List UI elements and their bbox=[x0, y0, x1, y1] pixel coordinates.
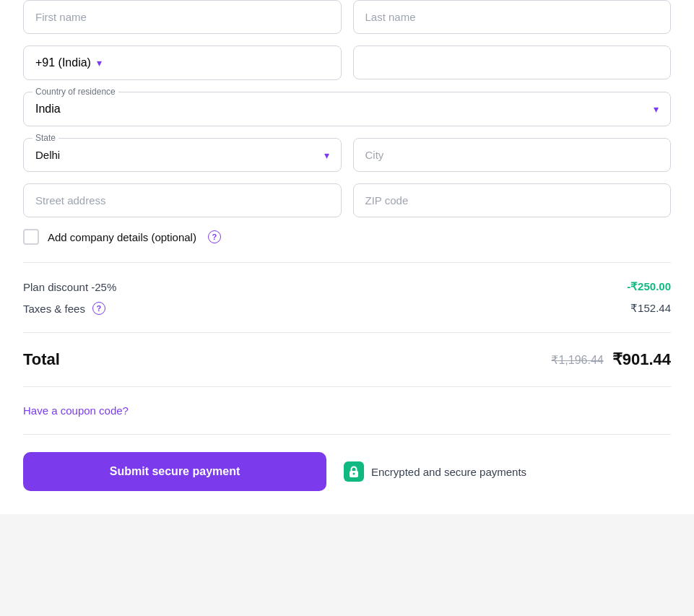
last-name-input[interactable] bbox=[353, 0, 672, 34]
state-value: Delhi bbox=[35, 149, 60, 161]
country-select[interactable]: Country of residence India ▾ bbox=[23, 92, 671, 126]
secure-label-group: Encrypted and secure payments bbox=[344, 461, 526, 482]
country-value: India bbox=[35, 103, 61, 116]
discount-value: -₹250.00 bbox=[627, 280, 671, 293]
total-final-price: ₹901.44 bbox=[612, 350, 671, 369]
submit-button[interactable]: Submit secure payment bbox=[23, 452, 326, 491]
city-field bbox=[353, 138, 672, 172]
svg-point-1 bbox=[353, 473, 355, 475]
checkout-form: +91 (India) ▾ 00000000 Country of reside… bbox=[0, 0, 694, 514]
state-field: State Delhi ▾ bbox=[23, 138, 342, 172]
street-input[interactable] bbox=[23, 183, 342, 217]
taxes-row: Taxes & fees ? ₹152.44 bbox=[23, 302, 671, 315]
state-select[interactable]: State Delhi ▾ bbox=[23, 138, 342, 172]
divider-4 bbox=[23, 434, 671, 435]
company-checkbox-row: Add company details (optional) ? bbox=[23, 229, 671, 245]
company-checkbox[interactable] bbox=[23, 229, 39, 245]
name-row bbox=[23, 0, 671, 34]
total-label: Total bbox=[23, 350, 60, 369]
divider-2 bbox=[23, 332, 671, 333]
city-input[interactable] bbox=[353, 138, 672, 172]
phone-code-value: +91 (India) bbox=[35, 56, 91, 69]
total-original-price: ₹1,196.44 bbox=[551, 353, 603, 367]
company-label: Add company details (optional) bbox=[48, 231, 196, 243]
taxes-label: Taxes & fees bbox=[23, 303, 85, 315]
zip-input[interactable] bbox=[353, 183, 672, 217]
phone-chevron-icon: ▾ bbox=[97, 57, 102, 69]
country-chevron-icon: ▾ bbox=[654, 103, 659, 115]
address-row bbox=[23, 183, 671, 217]
taxes-value: ₹152.44 bbox=[630, 302, 671, 315]
submit-row: Submit secure payment Encrypted and secu… bbox=[23, 452, 671, 491]
street-field bbox=[23, 183, 342, 217]
discount-label: Plan discount -25% bbox=[23, 281, 116, 293]
total-row: Total ₹1,196.44 ₹901.44 bbox=[23, 350, 671, 369]
country-label: Country of residence bbox=[32, 87, 118, 97]
company-help-icon[interactable]: ? bbox=[208, 230, 221, 243]
first-name-input[interactable] bbox=[23, 0, 342, 34]
phone-number-field: 00000000 bbox=[353, 45, 672, 80]
secure-text: Encrypted and secure payments bbox=[371, 466, 526, 478]
country-field-wrapper: Country of residence India ▾ bbox=[23, 92, 671, 126]
phone-row: +91 (India) ▾ 00000000 bbox=[23, 45, 671, 80]
coupon-link[interactable]: Have a coupon code? bbox=[23, 404, 671, 417]
phone-code-field: +91 (India) ▾ bbox=[23, 45, 342, 80]
state-chevron-icon: ▾ bbox=[324, 149, 329, 161]
divider-3 bbox=[23, 386, 671, 387]
phone-number-input[interactable]: 00000000 bbox=[353, 45, 672, 79]
zip-field bbox=[353, 183, 672, 217]
lock-icon bbox=[344, 461, 364, 482]
phone-code-select[interactable]: +91 (India) ▾ bbox=[23, 45, 342, 80]
state-city-row: State Delhi ▾ bbox=[23, 138, 671, 172]
total-prices-group: ₹1,196.44 ₹901.44 bbox=[551, 350, 671, 369]
taxes-label-group: Taxes & fees ? bbox=[23, 302, 105, 315]
state-label: State bbox=[32, 133, 58, 143]
taxes-help-icon[interactable]: ? bbox=[92, 302, 105, 315]
divider-1 bbox=[23, 262, 671, 263]
discount-row: Plan discount -25% -₹250.00 bbox=[23, 280, 671, 293]
